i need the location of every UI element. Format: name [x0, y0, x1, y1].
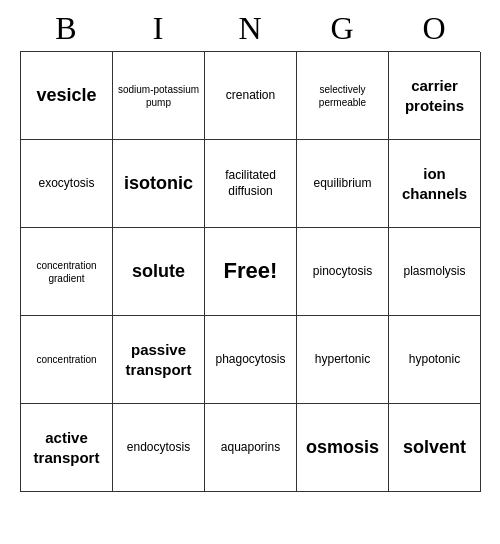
bingo-cell-16: passive transport [113, 316, 205, 404]
header-b: B [20, 10, 112, 47]
bingo-cell-12: Free! [205, 228, 297, 316]
bingo-cell-7: facilitated diffusion [205, 140, 297, 228]
bingo-cell-13: pinocytosis [297, 228, 389, 316]
header-i: I [112, 10, 204, 47]
bingo-cell-24: solvent [389, 404, 481, 492]
bingo-cell-19: hypotonic [389, 316, 481, 404]
bingo-cell-18: hypertonic [297, 316, 389, 404]
bingo-cell-6: isotonic [113, 140, 205, 228]
bingo-cell-20: active transport [21, 404, 113, 492]
bingo-cell-15: concentration [21, 316, 113, 404]
bingo-cell-4: carrier proteins [389, 52, 481, 140]
bingo-cell-1: sodium-potassium pump [113, 52, 205, 140]
bingo-cell-3: selectively permeable [297, 52, 389, 140]
bingo-cell-8: equilibrium [297, 140, 389, 228]
bingo-cell-17: phagocytosis [205, 316, 297, 404]
bingo-grid: vesiclesodium-potassium pumpcrenationsel… [20, 51, 480, 492]
header-n: N [204, 10, 296, 47]
bingo-cell-22: aquaporins [205, 404, 297, 492]
bingo-header: B I N G O [20, 10, 480, 47]
bingo-cell-5: exocytosis [21, 140, 113, 228]
bingo-cell-9: ion channels [389, 140, 481, 228]
bingo-cell-0: vesicle [21, 52, 113, 140]
bingo-cell-2: crenation [205, 52, 297, 140]
bingo-cell-23: osmosis [297, 404, 389, 492]
bingo-cell-10: concentration gradient [21, 228, 113, 316]
header-o: O [388, 10, 480, 47]
bingo-cell-14: plasmolysis [389, 228, 481, 316]
bingo-cell-21: endocytosis [113, 404, 205, 492]
bingo-cell-11: solute [113, 228, 205, 316]
header-g: G [296, 10, 388, 47]
